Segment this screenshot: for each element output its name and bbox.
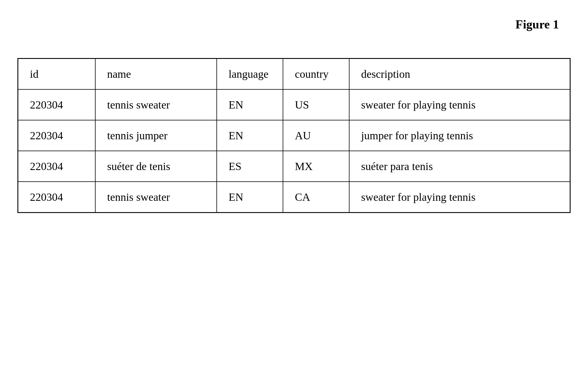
- header-description: description: [349, 59, 570, 90]
- cell-country: MX: [283, 151, 349, 182]
- header-language: language: [217, 59, 283, 90]
- table-container: id name language country description 220…: [17, 58, 571, 213]
- table-row: 220304tennis jumperENAUjumper for playin…: [18, 120, 570, 151]
- table-header-row: id name language country description: [18, 59, 570, 90]
- header-country: country: [283, 59, 349, 90]
- table-row: 220304tennis sweaterENUSsweater for play…: [18, 89, 570, 120]
- table-row: 220304tennis sweaterENCAsweater for play…: [18, 182, 570, 213]
- cell-id: 220304: [18, 151, 95, 182]
- figure-title: Figure 1: [515, 17, 559, 31]
- cell-country: US: [283, 89, 349, 120]
- cell-name: tennis sweater: [95, 182, 217, 213]
- table-row: 220304suéter de tenisESMXsuéter para ten…: [18, 151, 570, 182]
- data-table: id name language country description 220…: [17, 58, 571, 213]
- cell-id: 220304: [18, 182, 95, 213]
- header-name: name: [95, 59, 217, 90]
- cell-language: EN: [217, 120, 283, 151]
- cell-name: suéter de tenis: [95, 151, 217, 182]
- cell-name: tennis sweater: [95, 89, 217, 120]
- header-id: id: [18, 59, 95, 90]
- cell-description: sweater for playing tennis: [349, 182, 570, 213]
- cell-name: tennis jumper: [95, 120, 217, 151]
- cell-id: 220304: [18, 120, 95, 151]
- cell-language: ES: [217, 151, 283, 182]
- cell-country: AU: [283, 120, 349, 151]
- cell-description: jumper for playing tennis: [349, 120, 570, 151]
- cell-language: EN: [217, 89, 283, 120]
- cell-id: 220304: [18, 89, 95, 120]
- cell-language: EN: [217, 182, 283, 213]
- cell-description: suéter para tenis: [349, 151, 570, 182]
- cell-country: CA: [283, 182, 349, 213]
- cell-description: sweater for playing tennis: [349, 89, 570, 120]
